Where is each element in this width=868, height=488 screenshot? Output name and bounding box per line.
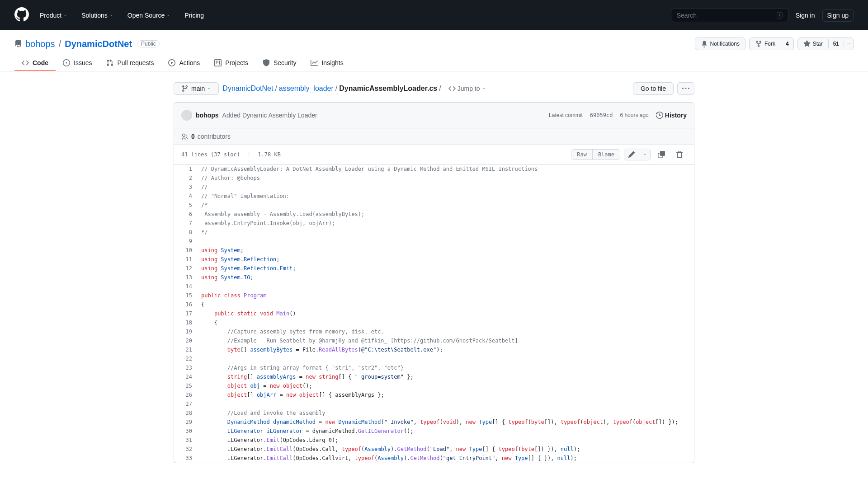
line-number[interactable]: 6 xyxy=(174,210,197,219)
line-number[interactable]: 25 xyxy=(174,381,197,390)
tab-insights[interactable]: Insights xyxy=(303,56,350,71)
breadcrumb-folder[interactable]: assembly_loader xyxy=(279,84,334,93)
fork-count[interactable]: 4 xyxy=(781,39,793,48)
line-number[interactable]: 21 xyxy=(174,345,197,354)
search-box[interactable]: / xyxy=(671,9,788,22)
kebab-icon xyxy=(682,85,689,92)
blame-button[interactable]: Blame xyxy=(592,150,620,160)
line-number[interactable]: 9 xyxy=(174,237,197,246)
code-line: 20 //Example - Run Seatbelt by @harmj0y … xyxy=(174,336,694,345)
line-content: // "Normal" Implementation: xyxy=(197,192,694,201)
line-number[interactable]: 28 xyxy=(174,408,197,418)
main-content: main DynamicDotNet / assembly_loader / D… xyxy=(159,71,709,474)
author-avatar[interactable] xyxy=(181,110,192,121)
line-number[interactable]: 26 xyxy=(174,390,197,399)
line-number[interactable]: 27 xyxy=(174,399,197,408)
file-size: 1.78 KB xyxy=(258,151,281,158)
signup-button[interactable]: Sign up xyxy=(822,9,854,22)
line-number[interactable]: 31 xyxy=(174,436,197,445)
line-content: object[] objArr = new object[] { assembl… xyxy=(197,390,694,399)
tab-pull-requests[interactable]: Pull requests xyxy=(99,56,161,71)
line-content: DynamicMethod dynamicMethod = new Dynami… xyxy=(197,418,694,427)
line-number[interactable]: 22 xyxy=(174,354,197,363)
more-options-button[interactable] xyxy=(677,82,694,95)
line-number[interactable]: 8 xyxy=(174,228,197,237)
code-line: 4// "Normal" Implementation: xyxy=(174,192,694,201)
line-number[interactable]: 17 xyxy=(174,309,197,318)
branch-selector[interactable]: main xyxy=(174,82,219,95)
commit-author[interactable]: bohops xyxy=(196,112,219,119)
line-number[interactable]: 12 xyxy=(174,264,197,273)
line-content: byte[] assemblyBytes = File.ReadAllBytes… xyxy=(197,345,694,354)
nav-pricing[interactable]: Pricing xyxy=(181,12,208,19)
star-dropdown[interactable] xyxy=(844,41,853,47)
delete-button[interactable] xyxy=(672,149,687,160)
line-content: Assembly assembly = Assembly.Load(assemb… xyxy=(197,210,694,219)
edit-dropdown[interactable] xyxy=(639,149,650,160)
fork-button[interactable]: Fork 4 xyxy=(749,38,794,50)
latest-commit-label: Latest commit xyxy=(549,112,583,118)
jump-to-button[interactable]: Jump to xyxy=(445,83,489,94)
line-number[interactable]: 13 xyxy=(174,273,197,282)
branch-icon xyxy=(181,85,189,92)
line-number[interactable]: 2 xyxy=(174,174,197,183)
line-content: iLGenerator.EmitCall(OpCodes.Call, typeo… xyxy=(197,445,694,454)
line-number[interactable]: 3 xyxy=(174,183,197,192)
nav-product[interactable]: Product xyxy=(36,12,71,19)
line-number[interactable]: 32 xyxy=(174,445,197,454)
line-content: // xyxy=(197,183,694,192)
tab-code[interactable]: Code xyxy=(14,56,56,71)
line-number[interactable]: 18 xyxy=(174,318,197,327)
signin-link[interactable]: Sign in xyxy=(796,12,815,19)
line-content: public class Program xyxy=(197,291,694,300)
search-input[interactable] xyxy=(677,12,777,19)
line-number[interactable]: 19 xyxy=(174,327,197,336)
line-number[interactable]: 23 xyxy=(174,363,197,372)
history-link[interactable]: History xyxy=(656,112,687,119)
code-line: 7 assembly.EntryPoint.Invoke(obj, objArr… xyxy=(174,219,694,228)
commit-message[interactable]: Added Dynamic Assembly Loader xyxy=(222,112,317,119)
line-number[interactable]: 33 xyxy=(174,454,197,463)
line-content: // Author: @bohops xyxy=(197,174,694,183)
code-line: 6 Assembly assembly = Assembly.Load(asse… xyxy=(174,210,694,219)
line-number[interactable]: 24 xyxy=(174,372,197,381)
repo-name-link[interactable]: DynamicDotNet xyxy=(65,39,132,49)
github-logo[interactable] xyxy=(14,7,29,23)
edit-button[interactable] xyxy=(624,149,639,160)
code-line: 12using System.Reflection.Emit; xyxy=(174,264,694,273)
nav-open-source[interactable]: Open Source xyxy=(124,12,174,19)
contributors-row[interactable]: 0 contributors xyxy=(174,128,694,145)
line-content: iLGenerator.EmitCall(OpCodes.Callvirt, t… xyxy=(197,454,694,463)
line-number[interactable]: 20 xyxy=(174,336,197,345)
tab-security[interactable]: Security xyxy=(255,56,304,71)
line-number[interactable]: 10 xyxy=(174,246,197,255)
copy-button[interactable] xyxy=(654,149,669,160)
line-number[interactable]: 1 xyxy=(174,164,197,174)
line-number[interactable]: 11 xyxy=(174,255,197,264)
tab-projects[interactable]: Projects xyxy=(207,56,255,71)
code-line: 31 iLGenerator.Emit(OpCodes.Ldarg_0); xyxy=(174,436,694,445)
line-number[interactable]: 14 xyxy=(174,282,197,291)
visibility-badge: Public xyxy=(137,40,160,47)
line-number[interactable]: 4 xyxy=(174,192,197,201)
repo-owner-link[interactable]: bohops xyxy=(25,39,55,49)
line-number[interactable]: 30 xyxy=(174,427,197,436)
go-to-file-button[interactable]: Go to file xyxy=(633,82,674,95)
chevron-down-icon xyxy=(208,87,211,90)
breadcrumb-root[interactable]: DynamicDotNet xyxy=(222,84,273,93)
star-count[interactable]: 51 xyxy=(828,39,844,48)
line-number[interactable]: 7 xyxy=(174,219,197,228)
star-button[interactable]: Star 51 xyxy=(797,38,854,50)
line-number[interactable]: 15 xyxy=(174,291,197,300)
tab-actions[interactable]: Actions xyxy=(161,56,207,71)
raw-button[interactable]: Raw xyxy=(571,150,592,160)
notifications-button[interactable]: Notifications xyxy=(695,38,745,50)
line-number[interactable]: 29 xyxy=(174,418,197,427)
line-content: //Load and invoke the assembly xyxy=(197,408,694,418)
nav-solutions[interactable]: Solutions xyxy=(78,12,117,19)
line-number[interactable]: 5 xyxy=(174,201,197,210)
tab-issues[interactable]: Issues xyxy=(56,56,99,71)
commit-sha[interactable]: 69059cd xyxy=(590,112,613,118)
line-content: assembly.EntryPoint.Invoke(obj, objArr); xyxy=(197,219,694,228)
line-number[interactable]: 16 xyxy=(174,300,197,309)
